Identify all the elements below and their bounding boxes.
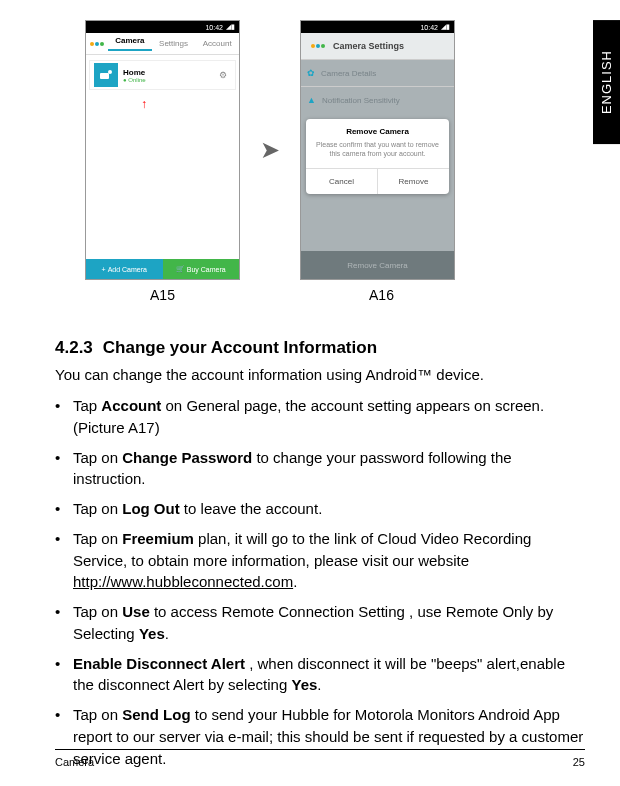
settings-header: Camera Settings (301, 33, 454, 59)
tabs-row: Camera Settings Account (86, 33, 239, 55)
camera-icon (94, 63, 118, 87)
list-item: •Tap on Use to access Remote Connection … (55, 601, 585, 645)
page-content: 10:42 ◢▮ Camera Settings Account Home ● … (0, 0, 620, 769)
add-camera-button[interactable]: +Add Camera (86, 259, 163, 279)
signal-icon: ◢▮ (226, 23, 235, 31)
camera-name: Home (123, 68, 146, 77)
status-bar: 10:42 ◢▮ (301, 21, 454, 33)
buy-camera-button[interactable]: 🛒Buy Camera (163, 259, 240, 279)
captions-row: A15 A16 (85, 285, 585, 303)
bell-icon: ▲ (307, 95, 316, 105)
modal-buttons: Cancel Remove (306, 168, 449, 194)
tab-settings[interactable]: Settings (152, 39, 196, 48)
svg-point-1 (108, 70, 112, 74)
list-item: •Tap Account on General page, the accoun… (55, 395, 585, 439)
section-number: 4.2.3 (55, 338, 93, 357)
status-bar: 10:42 ◢▮ (86, 21, 239, 33)
cancel-button[interactable]: Cancel (306, 169, 378, 194)
phone-body: ↑ (86, 95, 239, 259)
modal-text: Please confirm that you want to remove t… (306, 140, 449, 168)
screenshots-row: 10:42 ◢▮ Camera Settings Account Home ● … (85, 20, 585, 280)
camera-label-col: Home ● Online (123, 68, 146, 83)
list-item: •Enable Disconnect Alert , when disconne… (55, 653, 585, 697)
logo-icon (90, 42, 104, 46)
instruction-list: •Tap Account on General page, the accoun… (55, 395, 585, 769)
tab-camera[interactable]: Camera (108, 36, 152, 51)
footer-left: Camera (55, 756, 94, 768)
section-heading: 4.2.3Change your Account Information (55, 338, 585, 358)
arrow-icon: ➤ (260, 136, 280, 164)
bottom-bar: +Add Camera 🛒Buy Camera (86, 259, 239, 279)
status-time: 10:42 (205, 24, 223, 31)
phone-body: Camera Settings ✿ Camera Details ▲ Notif… (301, 33, 454, 279)
tab-account[interactable]: Account (195, 39, 239, 48)
remove-button[interactable]: Remove (378, 169, 449, 194)
list-item: •Tap on Log Out to leave the account. (55, 498, 585, 520)
settings-item-notifications[interactable]: ▲ Notification Sensitivity (301, 86, 454, 113)
page-footer: Camera 25 (55, 749, 585, 768)
modal-title: Remove Camera (306, 119, 449, 140)
list-item: •Tap on Change Password to change your p… (55, 447, 585, 491)
language-tab: ENGLISH (593, 20, 620, 144)
camera-status: ● Online (123, 77, 146, 83)
caption-a16: A16 (304, 287, 459, 303)
remove-camera-bar[interactable]: Remove Camera (301, 251, 454, 279)
settings-item-details[interactable]: ✿ Camera Details (301, 59, 454, 86)
gear-icon[interactable]: ⚙ (219, 70, 227, 80)
section-title: Change your Account Information (103, 338, 377, 357)
annotation-arrow: ↑ (141, 97, 147, 111)
cart-icon: 🛒 (176, 265, 185, 273)
list-item: •Tap on Freemium plan, it will go to the… (55, 528, 585, 593)
status-time: 10:42 (420, 24, 438, 31)
signal-icon: ◢▮ (441, 23, 450, 31)
caption-a15: A15 (85, 287, 240, 303)
section-intro: You can change the account information u… (55, 364, 585, 385)
camera-list-item[interactable]: Home ● Online ⚙ (89, 60, 236, 90)
website-link[interactable]: http://www.hubbleconnected.com (73, 573, 293, 590)
screenshot-a16: 10:42 ◢▮ Camera Settings ✿ Camera Detail… (300, 20, 455, 280)
screenshot-a15: 10:42 ◢▮ Camera Settings Account Home ● … (85, 20, 240, 280)
remove-camera-modal: Remove Camera Please confirm that you wa… (306, 119, 449, 194)
logo-icon (311, 44, 325, 48)
svg-rect-0 (100, 73, 109, 79)
gear-icon: ✿ (307, 68, 315, 78)
page-number: 25 (573, 756, 585, 768)
plus-icon: + (102, 266, 106, 273)
